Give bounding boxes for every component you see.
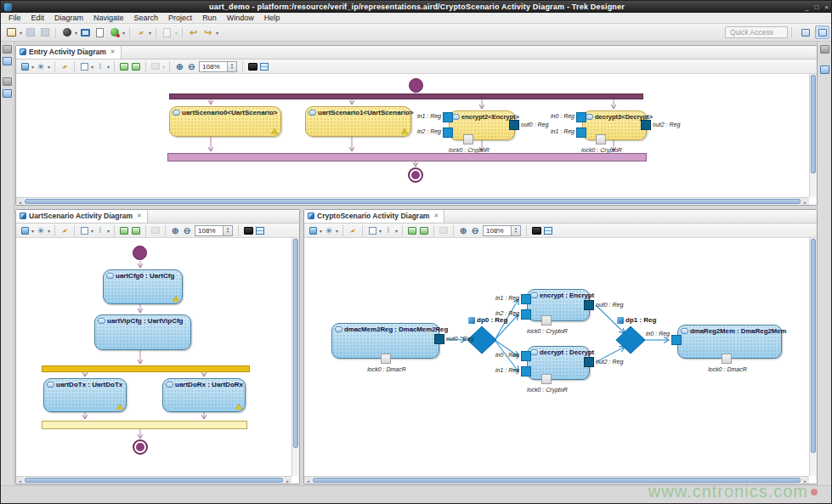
pin-out2[interactable] <box>641 120 651 130</box>
arrange-dropdown-icon[interactable]: ▾ <box>336 228 338 234</box>
pin-in1[interactable] <box>576 127 586 138</box>
zoom-in-icon[interactable]: ⊕ <box>170 225 181 236</box>
arrange-icon[interactable]: ✳ <box>36 61 47 72</box>
pin-in1[interactable] <box>521 294 531 304</box>
zoom-in-icon[interactable]: ⊕ <box>174 61 185 72</box>
grid-icon[interactable] <box>259 61 270 72</box>
entry-canvas[interactable]: uartScenario0<UartScenario> uartScenario… <box>16 74 809 197</box>
menu-file[interactable]: File <box>3 14 26 22</box>
tab-close-icon[interactable]: ✕ <box>137 212 142 219</box>
layers-dropdown-icon[interactable]: ▾ <box>31 64 34 70</box>
pin-lock0[interactable] <box>463 134 473 144</box>
minimize-button[interactable]: _ <box>805 3 808 11</box>
fork-bar[interactable] <box>42 365 250 372</box>
zoom-out-icon[interactable]: ⊖ <box>186 61 197 72</box>
zoom-input[interactable]: 108% <box>195 225 224 236</box>
pin-out0[interactable] <box>434 334 444 344</box>
entry-vscrollbar[interactable] <box>809 74 817 197</box>
wand-icon[interactable]: ⌁ <box>134 26 147 39</box>
action-encrypt[interactable]: encrypt : Encrypt <box>527 289 590 321</box>
pin-lock0[interactable] <box>596 134 606 144</box>
action-uartvipcfg[interactable]: uartVipCfg : UartVipCfg <box>94 314 191 350</box>
forward-icon[interactable]: ↪ <box>201 26 214 39</box>
action-uartdotx[interactable]: uartDoTx : UartDoTx <box>43 378 127 412</box>
filter-wand-icon[interactable]: ⌁ <box>59 61 71 72</box>
fork-bar[interactable] <box>169 93 643 99</box>
restore-explorer-icon[interactable] <box>3 45 12 54</box>
close-button[interactable]: × <box>824 3 829 11</box>
filter-wand-icon[interactable]: ⌁ <box>59 225 71 236</box>
select-shape-icon[interactable] <box>367 225 378 236</box>
tab-close-icon[interactable]: ✕ <box>110 48 116 55</box>
action-uartcfg0[interactable]: uartCfg0 : UartCfg <box>103 269 183 304</box>
menu-run[interactable]: Run <box>197 14 222 22</box>
pin-lock0[interactable] <box>381 354 391 364</box>
run-config-dropdown-icon[interactable]: ▾ <box>75 30 77 36</box>
export-image-icon[interactable] <box>119 61 130 72</box>
zoom-spinner[interactable]: ▲▼ <box>228 61 237 72</box>
tab-cryptoscenario-activity-diagram[interactable]: CryptoScenario Activity Diagram ✕ <box>304 209 444 223</box>
pin-in1[interactable] <box>443 112 453 122</box>
forward-dropdown-icon[interactable]: ▾ <box>216 30 218 36</box>
grid-icon[interactable] <box>255 225 266 236</box>
zoom-input[interactable]: 108% <box>483 225 512 236</box>
router-dropdown-icon[interactable]: ▾ <box>107 64 110 70</box>
pin-out0[interactable] <box>584 300 594 310</box>
maximize-button[interactable]: □ <box>814 3 818 11</box>
pin-out0[interactable] <box>509 120 519 130</box>
arrange-dropdown-icon[interactable]: ▾ <box>48 64 50 70</box>
action-decrypt3[interactable]: decrypt3<Decrypt> <box>582 110 647 140</box>
menu-project[interactable]: Project <box>163 14 197 22</box>
tab-close-icon[interactable]: ✕ <box>433 212 439 219</box>
uart-vscrollbar[interactable] <box>291 238 299 476</box>
pin-in0[interactable] <box>576 112 586 122</box>
action-encrypt2[interactable]: encrypt2<Encrypt> <box>449 110 515 140</box>
export-diagram-icon[interactable] <box>131 225 142 236</box>
restore-outline-icon[interactable] <box>3 77 12 86</box>
snapshot-icon[interactable] <box>531 225 542 236</box>
pin-out2[interactable] <box>584 357 594 367</box>
crypto-vscrollbar[interactable] <box>809 238 817 476</box>
wand-dropdown-icon[interactable]: ▾ <box>149 30 151 36</box>
open-perspective-icon[interactable] <box>798 25 812 39</box>
join-bar[interactable] <box>167 153 647 161</box>
tab-uartscenario-activity-diagram[interactable]: UartScenario Activity Diagram ✕ <box>16 209 148 223</box>
router-icon[interactable]: ⌇ <box>95 225 106 236</box>
grid-icon[interactable] <box>543 225 554 236</box>
zoom-spinner[interactable]: ▲▼ <box>512 225 521 236</box>
final-node[interactable] <box>133 439 148 455</box>
zoom-spinner[interactable]: ▲▼ <box>224 225 233 236</box>
palette-icon[interactable] <box>820 65 829 74</box>
menu-diagram[interactable]: Diagram <box>49 14 88 22</box>
crypto-canvas[interactable]: dmacMem2Reg : DmacMem2Reg out0 : Reg loc… <box>304 238 809 476</box>
entry-hscrollbar[interactable]: ◂▸ <box>16 197 809 205</box>
router-dropdown-icon[interactable]: ▾ <box>107 228 110 234</box>
pin-in1[interactable] <box>521 366 531 377</box>
layers-icon[interactable] <box>20 225 31 236</box>
select-shape-icon[interactable] <box>79 225 90 236</box>
export-image-icon[interactable] <box>119 225 130 236</box>
action-uartscenario0[interactable]: uartScenario0<UartScenario> <box>169 106 281 137</box>
zoom-out-icon[interactable]: ⊖ <box>182 225 193 236</box>
zoom-in-icon[interactable]: ⊕ <box>458 225 469 236</box>
back-icon[interactable]: ↩ <box>187 26 200 39</box>
model-explorer-icon[interactable] <box>3 57 12 65</box>
menu-search[interactable]: Search <box>129 14 164 22</box>
restore-properties-icon[interactable] <box>820 45 829 54</box>
layers-icon[interactable] <box>20 61 31 72</box>
pin-in2[interactable] <box>443 127 453 138</box>
select-shape-dropdown-icon[interactable]: ▾ <box>379 228 382 234</box>
join-bar[interactable] <box>42 421 247 429</box>
select-shape-dropdown-icon[interactable]: ▾ <box>91 228 93 234</box>
layers-dropdown-icon[interactable]: ▾ <box>320 228 322 234</box>
uart-hscrollbar[interactable]: ◂▸ <box>16 476 291 484</box>
filter-wand-icon[interactable]: ⌁ <box>348 225 359 236</box>
new-wizard-icon[interactable] <box>5 26 18 39</box>
menu-edit[interactable]: Edit <box>26 14 50 22</box>
zoom-input[interactable]: 108% <box>199 61 228 72</box>
pin-lock0[interactable] <box>541 374 552 384</box>
tab-entry-activity-diagram[interactable]: Entry Activity Diagram ✕ <box>16 45 122 59</box>
modeling-perspective-icon[interactable] <box>815 25 829 39</box>
pin-in0[interactable] <box>521 351 531 361</box>
quick-access-box[interactable]: Quick Access <box>725 26 788 38</box>
